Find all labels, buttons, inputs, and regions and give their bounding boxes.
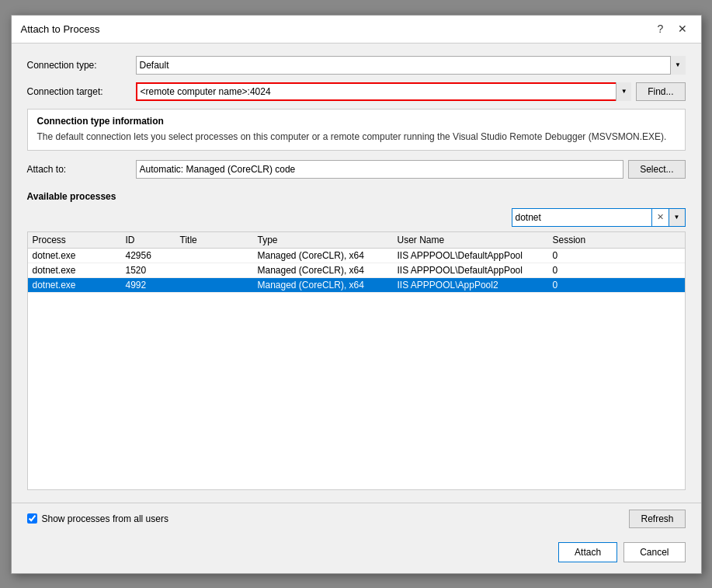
col-header-title: Title: [180, 235, 258, 245]
process-table: Process ID Title Type User Name Session …: [27, 231, 686, 490]
show-all-users-label[interactable]: Show processes from all users: [27, 513, 168, 524]
dialog-body: Connection type: Default ▼ Connection ta…: [12, 43, 701, 503]
connection-type-label: Connection type:: [27, 60, 136, 71]
select-button[interactable]: Select...: [628, 160, 685, 179]
attach-to-row: Attach to: Automatic: Managed (CoreCLR) …: [27, 160, 686, 179]
col-header-session: Session: [553, 235, 607, 245]
attach-button[interactable]: Attach: [558, 542, 617, 562]
cell-type: Managed (CoreCLR), x64: [258, 265, 398, 276]
attach-to-process-dialog: Attach to Process ? ✕ Connection type: D…: [11, 15, 702, 574]
connection-info-box: Connection type information The default …: [27, 109, 686, 151]
show-all-users-checkbox[interactable]: [27, 513, 37, 524]
connection-target-row: Connection target: <remote computer name…: [27, 82, 686, 101]
close-button[interactable]: ✕: [673, 19, 692, 38]
table-row[interactable]: dotnet.exe 4992 Managed (CoreCLR), x64 I…: [28, 278, 685, 293]
cell-username: IIS APPPOOL\AppPool2: [398, 280, 553, 291]
table-row[interactable]: dotnet.exe 42956 Managed (CoreCLR), x64 …: [28, 249, 685, 263]
col-header-id: ID: [126, 235, 180, 245]
attach-to-control-group: Automatic: Managed (CoreCLR) code Select…: [136, 160, 686, 179]
connection-target-input-wrapper: <remote computer name>:4024 ▼: [136, 82, 632, 101]
cell-id: 4992: [126, 280, 180, 291]
search-dropdown-button[interactable]: ▼: [669, 208, 686, 227]
cell-id: 42956: [126, 250, 180, 261]
cell-username: IIS APPPOOL\DefaultAppPool: [398, 265, 553, 276]
processes-section: Available processes dotnet ✕ ▼ Process I…: [27, 188, 686, 490]
cancel-button[interactable]: Cancel: [623, 542, 685, 562]
find-button[interactable]: Find...: [636, 82, 685, 101]
cell-session: 0: [553, 280, 607, 291]
cell-username: IIS APPPOOL\DefaultAppPool: [398, 250, 553, 261]
col-header-type: Type: [258, 235, 398, 245]
connection-type-row: Connection type: Default ▼: [27, 56, 686, 75]
refresh-button[interactable]: Refresh: [629, 510, 685, 528]
connection-type-select-wrapper: Default ▼: [136, 56, 686, 75]
connection-target-input[interactable]: <remote computer name>:4024: [136, 82, 632, 101]
table-rows-container: dotnet.exe 42956 Managed (CoreCLR), x64 …: [28, 249, 685, 293]
footer-buttons: Attach Cancel: [12, 534, 701, 573]
cell-type: Managed (CoreCLR), x64: [258, 250, 398, 261]
cell-session: 0: [553, 250, 607, 261]
cell-process: dotnet.exe: [33, 280, 126, 291]
process-list-header: dotnet ✕ ▼: [27, 208, 686, 227]
info-box-title: Connection type information: [37, 116, 676, 127]
connection-target-label: Connection target:: [27, 86, 136, 97]
cell-session: 0: [553, 265, 607, 276]
show-all-users-text: Show processes from all users: [42, 513, 168, 524]
dialog-title: Attach to Process: [21, 23, 100, 35]
table-row[interactable]: dotnet.exe 1520 Managed (CoreCLR), x64 I…: [28, 263, 685, 278]
search-clear-button[interactable]: ✕: [651, 208, 669, 227]
attach-to-label: Attach to:: [27, 164, 136, 175]
help-button[interactable]: ?: [651, 19, 670, 38]
info-box-text: The default connection lets you select p…: [37, 130, 676, 144]
cell-type: Managed (CoreCLR), x64: [258, 280, 398, 291]
attach-to-input[interactable]: Automatic: Managed (CoreCLR) code: [136, 160, 624, 179]
connection-target-control-group: <remote computer name>:4024 ▼ Find...: [136, 82, 686, 101]
cell-id: 1520: [126, 265, 180, 276]
table-header: Process ID Title Type User Name Session: [28, 232, 685, 249]
title-bar: Attach to Process ? ✕: [12, 16, 701, 43]
col-header-process: Process: [33, 235, 126, 245]
search-box-wrapper: dotnet ✕ ▼: [512, 208, 686, 227]
connection-type-select[interactable]: Default: [136, 56, 686, 75]
cell-process: dotnet.exe: [33, 265, 126, 276]
process-search-input[interactable]: dotnet: [512, 208, 651, 227]
title-bar-buttons: ? ✕: [651, 19, 692, 38]
available-processes-label: Available processes: [27, 191, 686, 202]
cell-process: dotnet.exe: [33, 250, 126, 261]
col-header-username: User Name: [398, 235, 553, 245]
bottom-bar: Show processes from all users Refresh: [12, 503, 701, 534]
